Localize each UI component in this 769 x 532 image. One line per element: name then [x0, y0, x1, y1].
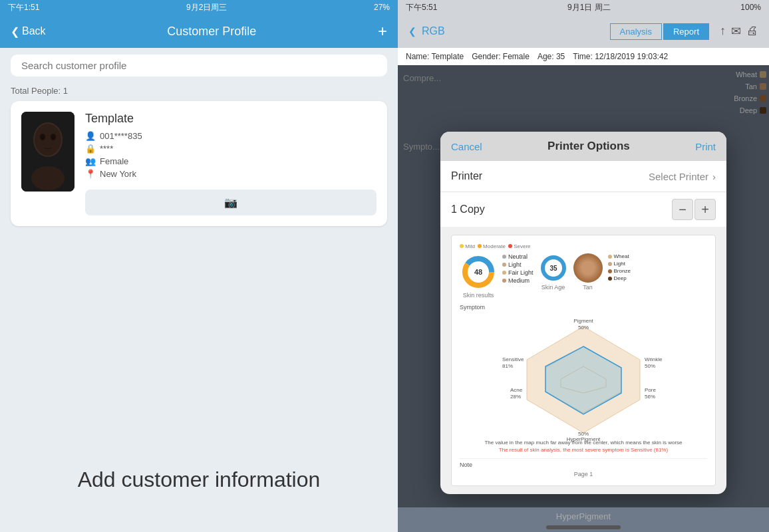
- cancel-button[interactable]: Cancel: [451, 141, 482, 152]
- svg-text:Wrinkle: Wrinkle: [645, 356, 663, 362]
- radar-chart-container: Pigment 50% Wrinkle 50% Pore 56% HyperPi…: [460, 313, 707, 446]
- svg-point-5: [31, 166, 65, 190]
- note-label: Note: [460, 462, 707, 468]
- skin-age-circle: 35: [539, 253, 568, 283]
- modal-overlay: Cancel Printer Options Print Printer Sel…: [398, 65, 769, 507]
- legend-neutral: Neutral: [502, 253, 534, 260]
- print-icon[interactable]: 🖨: [746, 24, 758, 39]
- total-people-label: Total People: 1: [0, 83, 398, 101]
- back-button[interactable]: ❮ Back: [11, 25, 46, 38]
- scroll-indicator[interactable]: [546, 525, 621, 529]
- svg-text:56%: 56%: [645, 394, 655, 400]
- back-chevron-icon: ❮: [11, 25, 19, 38]
- page-title: Customer Profile: [167, 25, 256, 39]
- right-status-bar: 下午5:51 9月1日 周二 100%: [398, 0, 769, 15]
- print-preview: Mild Moderate Severe: [451, 235, 716, 486]
- customer-card: Template 👤 001****835 🔒 **** 👥 Female 📍 …: [11, 101, 387, 226]
- skin-age-label: Skin Age: [541, 284, 565, 291]
- id-icon: 👤: [85, 131, 96, 141]
- legend-fairlight: Fair Light: [502, 269, 534, 276]
- modal-title: Printer Options: [547, 140, 630, 153]
- radar-result: The result of skin analysis, the most se…: [460, 447, 707, 453]
- legend-medium: Medium: [502, 277, 534, 284]
- svg-text:48: 48: [474, 268, 482, 276]
- search-bar[interactable]: [11, 55, 387, 76]
- avatar: [21, 112, 75, 192]
- patient-age: Age: 35: [538, 52, 565, 61]
- skin-age-section: 35 Skin Age: [539, 253, 568, 299]
- printer-options-modal: Cancel Printer Options Print Printer Sel…: [440, 132, 726, 494]
- mail-icon[interactable]: ✉: [731, 24, 741, 39]
- camera-icon: 📷: [224, 196, 237, 209]
- print-button[interactable]: Print: [695, 141, 716, 152]
- copy-stepper: − +: [672, 199, 716, 220]
- stepper-minus-button[interactable]: −: [672, 199, 693, 220]
- customer-password: 🔒 ****: [85, 144, 377, 154]
- rgb-label: RGB: [422, 25, 445, 37]
- modal-header: Cancel Printer Options Print: [440, 132, 726, 161]
- symptom-label: Symptom: [460, 304, 707, 311]
- patient-gender: Gender: Female: [472, 52, 530, 61]
- tan-legend: Wheat Light Bronze Deep: [608, 253, 631, 299]
- customer-location: 📍 New York: [85, 169, 377, 179]
- svg-text:81%: 81%: [502, 363, 513, 369]
- printer-row: Printer Select Printer ›: [440, 161, 726, 192]
- copy-row: 1 Copy − +: [440, 192, 726, 227]
- tab-analysis[interactable]: Analysis: [610, 23, 662, 40]
- sev-severe-dot: Severe: [508, 243, 531, 249]
- chevron-right-icon: ›: [712, 171, 716, 182]
- header-icons: ↑ ✉ 🖨: [720, 24, 758, 39]
- tan-circle: [573, 253, 603, 283]
- radar-chart: Pigment 50% Wrinkle 50% Pore 56% HyperPi…: [460, 313, 707, 446]
- hyper-bottom-label: HyperPigment: [398, 507, 769, 525]
- add-button[interactable]: +: [378, 22, 387, 41]
- skin-results-section: 48 Skin results: [460, 253, 497, 299]
- left-battery: 27%: [374, 3, 390, 12]
- back-chevron-icon: ❮: [408, 26, 416, 37]
- patient-name: Name: Template: [406, 52, 464, 61]
- legend-light: Light: [502, 261, 534, 268]
- svg-text:Acne: Acne: [510, 387, 523, 393]
- svg-text:28%: 28%: [510, 394, 521, 400]
- svg-point-2: [35, 124, 61, 156]
- svg-text:Pigment: Pigment: [573, 318, 593, 324]
- left-time: 下午1:51: [8, 2, 39, 13]
- right-battery: 100%: [740, 3, 761, 12]
- left-date: 9月2日周三: [186, 2, 227, 13]
- tab-report[interactable]: Report: [663, 23, 709, 40]
- sev-moderate-dot: Moderate: [478, 243, 506, 249]
- preview-top-section: 48 Skin results Neutral: [460, 253, 707, 299]
- rgb-back-button[interactable]: ❮: [408, 26, 416, 37]
- svg-text:50%: 50%: [578, 431, 589, 437]
- lock-icon: 🔒: [85, 144, 96, 154]
- sev-mild-dot: Mild: [460, 243, 475, 249]
- copy-label: 1 Copy: [451, 203, 485, 215]
- tan-section: Tan: [573, 253, 603, 299]
- share-icon[interactable]: ↑: [720, 24, 726, 39]
- skin-results-label: Skin results: [463, 292, 494, 299]
- skin-donut-chart: 48: [460, 253, 497, 291]
- back-label: Back: [22, 25, 46, 37]
- skin-legend: Neutral Light Fair Light: [502, 253, 534, 299]
- select-printer-button[interactable]: Select Printer ›: [649, 171, 716, 182]
- printer-label: Printer: [451, 170, 482, 182]
- camera-button[interactable]: 📷: [85, 190, 377, 215]
- location-icon: 📍: [85, 169, 96, 179]
- gender-icon: 👥: [85, 156, 96, 166]
- tan-label: Tan: [583, 284, 593, 291]
- select-printer-label: Select Printer: [649, 171, 708, 182]
- add-customer-label: Add customer information: [0, 467, 398, 492]
- svg-point-3: [40, 134, 45, 140]
- right-header: ❮ RGB Analysis Report ↑ ✉ 🖨: [398, 15, 769, 48]
- svg-text:Pore: Pore: [645, 387, 656, 393]
- customer-gender: 👥 Female: [85, 156, 377, 166]
- search-input[interactable]: [21, 60, 377, 71]
- severity-bar: Mild Moderate Severe: [460, 243, 707, 249]
- patient-info-bar: Name: Template Gender: Female Age: 35 Ti…: [398, 48, 769, 65]
- svg-text:35: 35: [549, 265, 557, 272]
- right-panel: 下午5:51 9月1日 周二 100% ❮ RGB Analysis Repor…: [398, 0, 769, 532]
- stepper-plus-button[interactable]: +: [694, 199, 716, 220]
- note-section: Note: [460, 458, 707, 468]
- customer-id: 👤 001****835: [85, 131, 377, 141]
- left-status-bar: 下午1:51 9月2日周三 27%: [0, 0, 398, 15]
